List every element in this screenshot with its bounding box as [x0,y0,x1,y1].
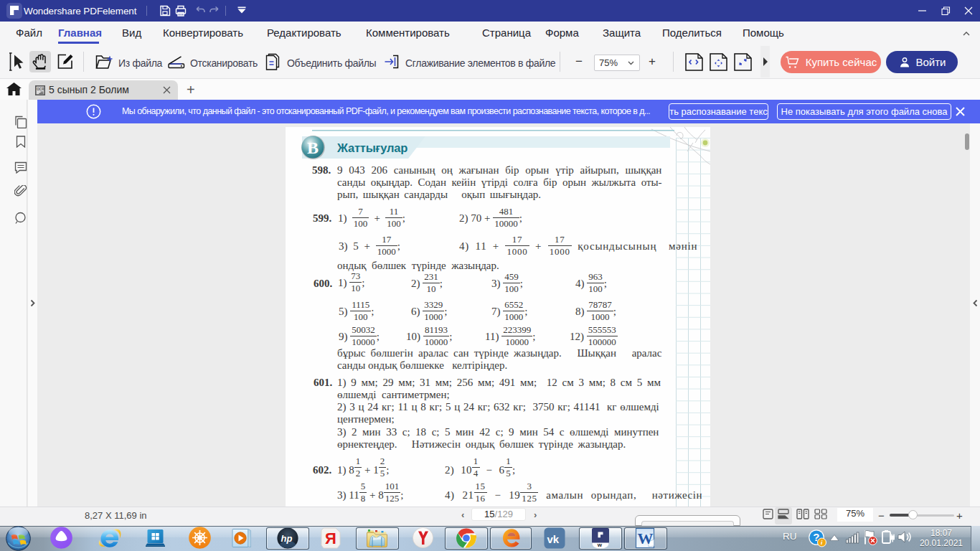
svg-text:hp: hp [281,533,293,544]
svg-text:OCR: OCR [37,88,44,91]
svg-text:B: B [307,138,319,157]
svg-text:w: w [597,542,603,548]
svg-text:W: W [638,529,654,547]
svg-text:Я: Я [325,529,336,547]
svg-text:vk: vk [547,533,560,545]
